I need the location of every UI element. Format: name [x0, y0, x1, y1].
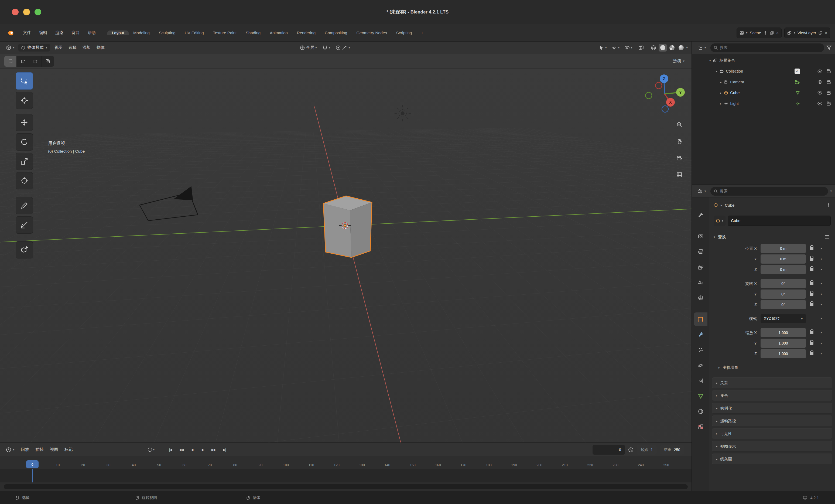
navigation-gizmo[interactable]: Z Y X	[644, 74, 685, 114]
lock-icon[interactable]	[810, 352, 813, 355]
animate-dot-icon[interactable]: ●	[817, 293, 825, 296]
lock-icon[interactable]	[810, 268, 813, 271]
animate-dot-icon[interactable]: ●	[817, 352, 825, 355]
disable-render-icon[interactable]	[827, 101, 832, 106]
topbar-menu-item[interactable]: 帮助	[84, 30, 100, 35]
animate-dot-icon[interactable]: ●	[817, 247, 825, 250]
collapsed-panel-header[interactable]: ▸ 集合	[712, 390, 832, 401]
snapping-controls[interactable]: ▾	[322, 45, 330, 51]
tab-render[interactable]	[694, 229, 708, 243]
expand-icon[interactable]: ▸	[720, 102, 722, 105]
workspace-tab[interactable]: Compositing	[320, 31, 352, 35]
timeline-scrollbar-thumb[interactable]	[4, 484, 688, 489]
hide-eye-icon[interactable]	[817, 101, 822, 106]
remove-viewlayer-icon[interactable]: ×	[825, 31, 827, 35]
workspace-tab[interactable]: UV Editing	[180, 31, 208, 35]
rotate-tool[interactable]	[16, 133, 33, 150]
filter-icon[interactable]	[827, 45, 832, 51]
object-name-field[interactable]: Cube	[728, 216, 831, 226]
tab-material[interactable]	[694, 405, 708, 418]
move-tool[interactable]	[16, 114, 33, 131]
unlink-scene-icon[interactable]: ×	[776, 31, 779, 35]
value-field[interactable]: 0° ▾	[760, 300, 806, 309]
outliner-search[interactable]: 搜索	[710, 43, 824, 52]
workspace-tab[interactable]: Scripting	[392, 31, 416, 35]
collapsed-panel-header[interactable]: ▸ 关系	[712, 378, 832, 388]
toggle-perspective-button[interactable]	[673, 169, 685, 181]
exclude-checkbox[interactable]: ✓	[795, 68, 800, 74]
expand-icon[interactable]: ▸	[720, 81, 722, 84]
animate-dot-icon[interactable]: ●	[817, 331, 825, 334]
mode-dropdown[interactable]: 物体模式 ▾	[18, 44, 50, 52]
lock-icon[interactable]	[810, 247, 813, 250]
tool-options-button[interactable]: 选项 ▾	[670, 57, 687, 65]
transform-panel-header[interactable]: ▾ 变换	[709, 231, 835, 243]
object-id-button[interactable]: ▾	[714, 216, 726, 226]
tab-viewlayer[interactable]	[694, 260, 708, 274]
collapsed-panel-header[interactable]: ▸ 可见性	[712, 428, 832, 439]
timeline-ruler[interactable]: 0 10 20 30 40 50 60	[0, 457, 692, 469]
chevron-down-icon[interactable]: ▾	[830, 190, 832, 193]
collapsed-panel-header[interactable]: ▸ 视图显示	[712, 441, 832, 452]
tab-output[interactable]	[694, 245, 708, 259]
timeline-track-area[interactable]	[0, 469, 692, 482]
collapsed-panel-header[interactable]: ▸ 线条画	[712, 453, 832, 464]
tab-data[interactable]	[694, 389, 708, 403]
lock-icon[interactable]	[810, 258, 813, 261]
value-field[interactable]: 0 m ▾	[760, 255, 806, 264]
cursor-tool[interactable]	[16, 92, 33, 109]
select-box-tool[interactable]	[16, 72, 33, 89]
value-field[interactable]: 0° ▾	[760, 279, 806, 288]
value-field[interactable]: 0 m ▾	[760, 265, 806, 274]
outliner-row-cube[interactable]: ▸ Cube	[692, 87, 835, 98]
expand-icon[interactable]: ▾	[716, 70, 717, 73]
tab-object[interactable]	[694, 313, 708, 326]
workspace-tab[interactable]: Texture Paint	[208, 31, 241, 35]
properties-search[interactable]: 搜索	[710, 187, 828, 196]
pan-button[interactable]	[673, 136, 685, 147]
playback-sync[interactable]: ▾	[147, 447, 155, 452]
camera-view-button[interactable]	[673, 152, 685, 164]
frame-end-field[interactable]: 结束 250	[660, 445, 684, 455]
frame-start-field[interactable]: 起始 1	[637, 445, 657, 455]
timeline-menu-item[interactable]: 视图	[47, 446, 61, 453]
disable-render-icon[interactable]	[827, 79, 832, 85]
expand-icon[interactable]: ▾	[709, 59, 711, 62]
outliner-editor-type-button[interactable]: ▾	[695, 44, 708, 52]
select-intersect-button[interactable]	[42, 56, 54, 67]
outliner-row-light[interactable]: ▸ Light	[692, 98, 835, 109]
animate-dot-icon[interactable]: ●	[817, 268, 825, 271]
scene-selector[interactable]: ▾ Scene ×	[737, 27, 781, 38]
lock-icon[interactable]	[810, 293, 813, 296]
use-preview-range-icon[interactable]	[628, 447, 633, 452]
select-set-button[interactable]	[4, 56, 17, 67]
camera-object[interactable]	[140, 186, 198, 221]
value-field[interactable]: 1.000 ▾	[760, 349, 806, 358]
value-field[interactable]: XYZ 欧拉 ▾	[760, 314, 806, 323]
pin-icon[interactable]	[827, 203, 831, 207]
value-field[interactable]: 0° ▾	[760, 289, 806, 299]
shading-wireframe-button[interactable]	[649, 44, 657, 52]
expand-icon[interactable]: ▸	[720, 92, 722, 95]
workspace-tab[interactable]: Sculpting	[154, 31, 180, 35]
lock-icon[interactable]	[810, 342, 813, 345]
select-subtract-button[interactable]	[29, 56, 42, 67]
properties-editor-type-button[interactable]: ▾	[695, 187, 708, 195]
outliner-row-scene-collection[interactable]: ▾ 场景集合	[692, 55, 835, 66]
new-scene-icon[interactable]	[770, 31, 774, 35]
outliner-row-camera[interactable]: ▸ Camera	[692, 77, 835, 87]
viewport-menu-item[interactable]: 添加	[80, 44, 94, 52]
tab-texture[interactable]	[694, 420, 708, 434]
selectability-dropdown[interactable]: ▾	[599, 45, 607, 51]
playback-button[interactable]: ◀◀	[176, 446, 186, 454]
current-frame-field[interactable]: 0	[593, 445, 625, 455]
minimize-window-button[interactable]	[23, 8, 30, 15]
viewport-menu-item[interactable]: 选择	[65, 44, 80, 52]
playback-button[interactable]: ▶|	[219, 446, 229, 454]
camera-data-icon[interactable]	[795, 79, 800, 85]
animate-dot-icon[interactable]: ●	[817, 317, 825, 320]
collapsed-panel-header[interactable]: ▸ 实例化	[712, 403, 832, 414]
playback-button[interactable]: ▶	[198, 446, 208, 454]
close-window-button[interactable]	[12, 8, 19, 15]
topbar-menu-item[interactable]: 渲染	[51, 30, 67, 35]
